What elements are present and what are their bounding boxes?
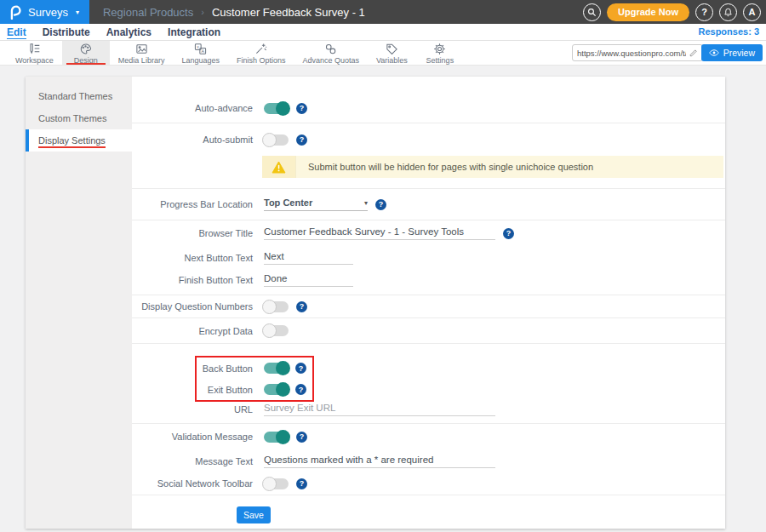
svg-text:A: A (202, 49, 205, 54)
preview-button[interactable]: Preview (701, 44, 763, 61)
eye-icon (709, 49, 719, 57)
tab-analytics[interactable]: Analytics (106, 26, 151, 38)
toolbar-item-workspace[interactable]: Workspace (7, 41, 62, 65)
toolbar-item-languages[interactable]: xA Languages (173, 41, 228, 65)
top-navigation-bar: Surveys ▾ Regional Products › Customer F… (0, 0, 766, 24)
notifications-button[interactable] (719, 3, 737, 21)
variables-icon (386, 43, 398, 55)
exit-url-label: URL (132, 404, 253, 415)
preview-label: Preview (723, 48, 755, 58)
survey-url-field[interactable]: https://www.questionpro.com/t/APNrFZ (572, 44, 703, 61)
media-library-icon (135, 43, 148, 55)
display-question-numbers-toggle[interactable] (264, 301, 289, 312)
finish-button-text-label: Finish Button Text (132, 275, 253, 285)
progress-bar-location-label: Progress Bar Location (132, 199, 253, 209)
display-question-numbers-label: Display Question Numbers (132, 301, 253, 312)
social-network-toolbar-label: Social Network Toolbar (132, 478, 253, 489)
questionpro-logo (9, 4, 21, 20)
validation-message-row: Validation Message ? (132, 424, 725, 449)
warning-triangle-icon (272, 161, 286, 174)
product-menu[interactable]: Surveys ▾ (0, 0, 89, 24)
back-exit-button-group: Back Button ? Exit Button ? (132, 358, 725, 400)
message-text-input[interactable] (264, 455, 495, 468)
browser-title-input[interactable] (264, 226, 495, 240)
toolbar-item-variables[interactable]: Variables (368, 41, 416, 65)
finish-button-text-row: Finish Button Text (132, 269, 725, 291)
encrypt-data-row: Encrypt Data (132, 318, 725, 343)
warning-text: Submit button will be hidden for pages w… (296, 156, 593, 178)
next-button-text-row: Next Button Text (132, 246, 725, 269)
responses-count[interactable]: Responses: 3 (698, 26, 759, 37)
exit-button-toggle[interactable] (264, 384, 289, 395)
design-sidebar: Standard Themes Custom Themes Display Se… (26, 77, 132, 529)
auto-advance-toggle[interactable] (264, 103, 289, 114)
survey-url-text: https://www.questionpro.com/t/APNrFZ (577, 49, 686, 58)
breadcrumb-folder[interactable]: Regional Products (103, 6, 193, 19)
display-settings-form: Auto-advance ? Auto-submit ? Submit butt (132, 77, 725, 529)
toolbar-item-media-library[interactable]: Media Library (110, 41, 174, 65)
save-button[interactable]: Save (237, 506, 271, 523)
upgrade-now-button[interactable]: Upgrade Now (607, 3, 689, 21)
encrypt-data-toggle[interactable] (264, 325, 289, 336)
help-icon[interactable]: ? (296, 103, 307, 114)
social-network-toolbar-toggle[interactable] (264, 478, 289, 489)
exit-button-row: Exit Button ? (132, 379, 725, 400)
auto-submit-toggle[interactable] (264, 134, 289, 146)
edit-toolbar: Workspace Design Media Library xA Langua… (0, 41, 766, 66)
languages-icon: xA (194, 43, 207, 55)
progress-bar-location-dropdown[interactable]: Top Center ▾ (264, 197, 368, 211)
help-icon[interactable]: ? (296, 432, 307, 443)
warning-icon-cell (262, 156, 296, 178)
exit-url-input[interactable] (264, 403, 495, 416)
auto-advance-label: Auto-advance (132, 103, 253, 113)
exit-url-row: URL (132, 400, 725, 419)
message-text-label: Message Text (132, 456, 253, 466)
help-menu-button[interactable]: ? (695, 3, 713, 21)
search-button[interactable] (583, 3, 601, 21)
next-button-text-input[interactable] (264, 251, 353, 265)
save-row: Save (132, 495, 725, 523)
display-question-numbers-row: Display Question Numbers ? (132, 295, 725, 317)
annotation-underline-display-settings: Display Settings (38, 135, 106, 148)
exit-button-label: Exit Button (132, 385, 253, 395)
back-button-toggle[interactable] (264, 363, 289, 374)
workspace-icon (28, 43, 41, 55)
chevron-down-icon: ▾ (76, 9, 79, 16)
avatar[interactable]: A (743, 3, 761, 21)
settings-icon (433, 43, 446, 55)
tab-integration[interactable]: Integration (168, 26, 220, 38)
back-button-label: Back Button (132, 363, 253, 374)
tab-edit[interactable]: Edit (7, 26, 26, 39)
help-icon[interactable]: ? (296, 134, 307, 146)
toolbar-item-finish-options[interactable]: Finish Options (228, 41, 294, 65)
topbar-actions: Upgrade Now ? A (583, 3, 766, 21)
toolbar-item-advance-quotas[interactable]: Advance Quotas (294, 41, 368, 65)
help-icon[interactable]: ? (296, 478, 307, 489)
tab-distribute[interactable]: Distribute (43, 26, 90, 38)
browser-title-row: Browser Title ? (132, 220, 725, 246)
edit-url-pencil-icon[interactable] (689, 49, 698, 57)
finish-button-text-input[interactable] (264, 273, 353, 287)
validation-message-label: Validation Message (132, 432, 253, 442)
breadcrumb-survey-name: Customer Feedback Survey - 1 (212, 6, 365, 19)
product-name: Surveys (28, 6, 68, 19)
warning-banner: Submit button will be hidden for pages w… (262, 156, 723, 178)
toolbar-item-settings[interactable]: Settings (416, 41, 464, 65)
encrypt-data-label: Encrypt Data (132, 326, 253, 336)
validation-message-toggle[interactable] (264, 432, 289, 443)
help-icon[interactable]: ? (295, 363, 306, 374)
finish-options-icon (254, 43, 267, 55)
questionpro-display-settings-screen: Surveys ▾ Regional Products › Customer F… (0, 0, 766, 532)
help-icon[interactable]: ? (503, 228, 514, 239)
sidebar-item-custom-themes[interactable]: Custom Themes (26, 107, 132, 129)
sidebar-item-standard-themes[interactable]: Standard Themes (26, 85, 132, 107)
sidebar-item-display-settings[interactable]: Display Settings (26, 129, 132, 152)
auto-submit-label: Auto-submit (132, 134, 253, 145)
help-icon[interactable]: ? (295, 384, 306, 395)
advance-quotas-icon (324, 43, 337, 55)
svg-text:x: x (197, 44, 199, 49)
toolbar-item-design[interactable]: Design (62, 41, 110, 65)
breadcrumb: Regional Products › Customer Feedback Su… (103, 6, 365, 19)
help-icon[interactable]: ? (296, 301, 307, 312)
help-icon[interactable]: ? (375, 199, 386, 210)
